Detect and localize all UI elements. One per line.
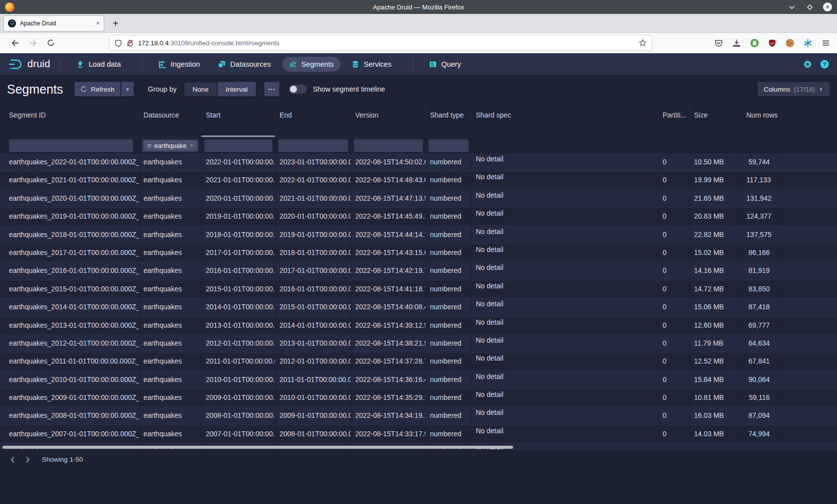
column-header-partition[interactable]: Partiti... (659, 104, 690, 137)
druid-brand[interactable]: druid (8, 58, 50, 70)
group-by-interval-button[interactable]: Interval (217, 82, 256, 97)
cell-end: 2023-01-01T00:00:00.0... (276, 153, 351, 171)
back-button[interactable] (7, 35, 23, 50)
nav-item-query[interactable]: Query (422, 57, 468, 72)
cell-num-rows: 90,064 (742, 371, 781, 388)
insecure-lock-icon[interactable] (127, 39, 134, 47)
datasource-filter-tag[interactable]: = earthquake × (144, 140, 197, 150)
segment-timeline-label: Show segment timeline (313, 85, 385, 93)
nav-item-datasources[interactable]: Datasources (211, 57, 277, 72)
cell-segment-id: earthquakes_2012-01-01T00:00:00.000Z_2..… (0, 335, 140, 352)
cell-size: 14.72 MB (690, 280, 742, 298)
cell-start: 2015-01-01T00:00:00.0... (202, 280, 276, 298)
column-header-start[interactable]: Start (202, 104, 276, 137)
column-header-shard-spec[interactable]: Shard spec (472, 104, 659, 137)
column-header-segment-id[interactable]: Segment ID (0, 104, 140, 137)
cell-shard-spec: No detail (472, 208, 659, 225)
url-bar[interactable]: 172.18.0.4:30109/unified-console.html#se… (109, 35, 652, 51)
bookmark-star-icon[interactable] (639, 39, 647, 47)
column-header-datasource[interactable]: Datasource (140, 104, 202, 137)
druid-favicon-icon (8, 19, 16, 27)
cell-num-rows: 137,575 (742, 226, 781, 244)
cell-size: 14.03 MB (690, 425, 742, 443)
cell-partition: 0 (659, 171, 690, 189)
browser-tab-apache-druid[interactable]: Apache Druid × (4, 16, 104, 31)
nav-item-services[interactable]: Services (345, 57, 398, 72)
help-icon[interactable]: ? (820, 60, 829, 69)
cell-datasource: earthquakes (140, 407, 202, 424)
cell-size: 10.50 MB (690, 153, 742, 171)
filter-input-start[interactable] (204, 139, 273, 152)
divider (142, 59, 142, 69)
previous-page-button[interactable] (5, 452, 20, 467)
cell-datasource: earthquakes (140, 190, 202, 207)
cell-version: 2022-08-15T14:44:14.1... (351, 226, 426, 244)
cell-version: 2022-08-15T14:50:02.6... (351, 153, 426, 171)
refresh-button[interactable]: Refresh (74, 82, 121, 97)
menu-hamburger-icon[interactable] (822, 39, 830, 47)
reload-button[interactable] (43, 35, 59, 50)
cell-datasource: earthquakes (140, 389, 202, 406)
cell-size: 19.99 MB (690, 171, 742, 189)
column-header-end[interactable]: End (276, 104, 351, 137)
tab-close-icon[interactable]: × (96, 20, 100, 27)
cell-shard-spec: No detail (472, 226, 659, 244)
downloads-icon[interactable] (732, 39, 741, 47)
filter-input-shard-type[interactable] (428, 139, 469, 152)
filter-input-segment-id[interactable] (9, 139, 133, 152)
tracking-shield-icon[interactable] (115, 39, 122, 47)
cell-version: 2022-08-15T14:45:49.1... (351, 208, 426, 225)
remove-filter-icon[interactable]: × (190, 142, 193, 149)
filter-input-version[interactable] (354, 139, 423, 152)
ublock-icon[interactable]: uO (768, 39, 776, 47)
cell-size: 15.06 MB (690, 298, 742, 316)
table-row: earthquakes_2021-01-01T00:00:00.000Z_2..… (0, 171, 837, 189)
refresh-options-button[interactable]: ▼ (121, 82, 134, 97)
column-header-num-rows[interactable]: Num rows (742, 104, 781, 137)
scrollbar-thumb[interactable] (2, 446, 513, 449)
cell-end: 2021-01-01T00:00:00.0... (276, 190, 351, 207)
gear-icon[interactable] (803, 60, 812, 69)
cell-shard-spec: No detail (472, 153, 659, 171)
pocket-icon[interactable] (714, 39, 723, 47)
cell-datasource: earthquakes (140, 262, 202, 279)
cell-segment-id: earthquakes_2018-01-01T00:00:00.000Z_2..… (0, 226, 140, 244)
cell-datasource: earthquakes (140, 335, 202, 352)
upload-icon (76, 60, 84, 68)
cell-size: 14.16 MB (690, 262, 742, 279)
segment-timeline-toggle[interactable] (289, 85, 307, 94)
new-tab-button[interactable]: + (113, 18, 119, 28)
cell-size: 16.03 MB (690, 407, 742, 424)
cell-start: 2016-01-01T00:00:00.0... (202, 262, 276, 279)
cell-partition: 0 (659, 298, 690, 316)
multi-account-extension-icon[interactable] (804, 39, 812, 47)
druid-header-bar: druid Load data Ingestion Datasources Se… (0, 53, 837, 75)
filter-input-end[interactable] (278, 139, 348, 152)
cell-start: 2020-01-01T00:00:00.0... (202, 190, 276, 207)
forward-button[interactable] (25, 35, 41, 50)
filter-input-datasource[interactable]: = earthquake × (142, 139, 199, 152)
segments-grid-icon (289, 60, 297, 68)
columns-button[interactable]: Columns (17/18) ▼ (757, 82, 830, 97)
more-options-button[interactable]: ••• (264, 82, 279, 97)
column-header-size[interactable]: Size (690, 104, 742, 137)
cell-partition: 0 (659, 407, 690, 424)
column-header-version[interactable]: Version (351, 104, 426, 137)
cell-shard-type: numbered (426, 171, 472, 189)
window-close-button[interactable]: ✕ (823, 2, 832, 11)
toggle-knob (290, 86, 297, 93)
table-row: earthquakes_2011-01-01T00:00:00.000Z_2..… (0, 353, 837, 371)
window-maximize-button[interactable] (805, 2, 814, 11)
next-page-button[interactable] (20, 452, 35, 467)
window-minimize-button[interactable] (787, 2, 796, 11)
nav-item-segments[interactable]: Segments (282, 57, 340, 72)
group-by-none-button[interactable]: None (184, 82, 217, 97)
table-row: earthquakes_2015-01-01T00:00:00.000Z_2..… (0, 280, 837, 298)
nav-item-load-data[interactable]: Load data (70, 57, 128, 72)
cell-shard-type: numbered (426, 389, 472, 406)
nav-item-ingestion[interactable]: Ingestion (152, 57, 207, 72)
horizontal-scrollbar[interactable] (0, 445, 837, 449)
column-header-shard-type[interactable]: Shard type (426, 104, 472, 137)
extension-green-icon[interactable] (750, 39, 759, 47)
cookie-extension-icon[interactable] (786, 39, 794, 47)
